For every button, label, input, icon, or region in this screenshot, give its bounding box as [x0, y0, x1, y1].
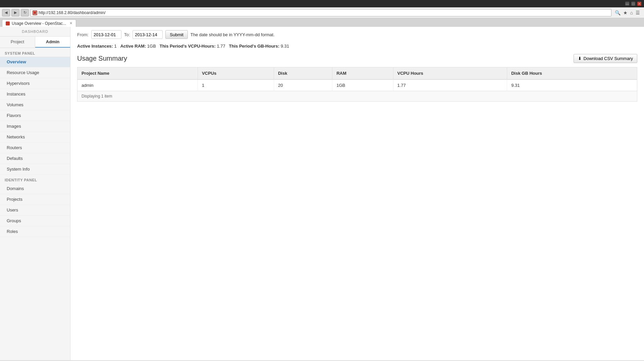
cell-vcpu-hours: 1.77 [393, 79, 507, 91]
table-row: admin 1 20 1GB 1.77 9.31 [77, 79, 637, 91]
usage-summary-title: Usage Summary [77, 55, 127, 62]
back-button[interactable]: ◀ [2, 9, 10, 16]
star-icon[interactable]: ★ [623, 10, 628, 15]
cell-ram: 1GB [332, 79, 393, 91]
cell-disk: 20 [274, 79, 332, 91]
search-icon[interactable]: 🔍 [615, 10, 621, 15]
active-instances-label: Active Instances: [77, 44, 113, 49]
identity-panel-title: Identity Panel [0, 175, 70, 183]
tab-bar: Usage Overview - OpenStac... ✕ [0, 18, 644, 27]
sidebar-item-overview[interactable]: Overview [0, 57, 70, 67]
col-ram: RAM [332, 67, 393, 80]
active-instances-value: 1 [114, 44, 117, 49]
sidebar-item-users[interactable]: Users [0, 205, 70, 216]
maximize-button[interactable]: □ [631, 2, 635, 6]
sidebar-item-groups[interactable]: Groups [0, 216, 70, 226]
sidebar-item-networks[interactable]: Networks [0, 132, 70, 142]
date-format-hint: The date should be in YYYY-mm-dd format. [191, 32, 275, 37]
browser-tab[interactable]: Usage Overview - OpenStac... ✕ [2, 19, 76, 27]
address-text: http://192.168.2.80/dashboard/admin/ [39, 10, 105, 15]
to-label: To: [124, 32, 130, 37]
sidebar-item-system-info[interactable]: System Info [0, 164, 70, 175]
forward-button[interactable]: ▶ [11, 9, 19, 16]
title-bar: — □ ✕ [0, 0, 644, 7]
download-icon: ⬇ [578, 56, 582, 61]
cell-project-name: admin [77, 79, 198, 91]
table-header-row: Project Name VCPUs Disk RAM VCPU Hours D… [77, 67, 637, 80]
favicon-icon [33, 10, 37, 15]
sidebar-item-flavors[interactable]: Flavors [0, 110, 70, 121]
col-disk: Disk [274, 67, 332, 80]
col-vcpus: VCPUs [198, 67, 274, 80]
nav-bar: ◀ ▶ ↻ http://192.168.2.80/dashboard/admi… [0, 7, 644, 18]
col-disk-gb-hours: Disk GB Hours [507, 67, 637, 80]
col-vcpu-hours: VCPU Hours [393, 67, 507, 80]
vcpu-hours-label: This Period's VCPU-Hours: [160, 44, 216, 49]
sidebar-item-routers[interactable]: Routers [0, 142, 70, 153]
download-csv-button[interactable]: ⬇ Download CSV Summary [574, 54, 637, 63]
sidebar-item-instances[interactable]: Instances [0, 89, 70, 100]
nav-icons: 🔍 ★ ⌂ ☰ [613, 10, 642, 15]
col-project-name: Project Name [77, 67, 198, 80]
tab-close-button[interactable]: ✕ [69, 21, 72, 25]
date-filter-bar: From: To: Submit The date should be in Y… [77, 30, 637, 39]
refresh-button[interactable]: ↻ [21, 9, 29, 16]
sidebar-item-volumes[interactable]: Volumes [0, 100, 70, 110]
from-date-input[interactable] [91, 30, 121, 39]
address-bar[interactable]: http://192.168.2.80/dashboard/admin/ [30, 9, 611, 16]
cell-disk-gb-hours: 9.31 [507, 79, 637, 91]
home-icon[interactable]: ⌂ [630, 10, 633, 15]
sidebar: DASHBOARD Project Admin System Panel Ove… [0, 27, 70, 360]
from-label: From: [77, 32, 89, 37]
tab-admin[interactable]: Admin [35, 37, 70, 48]
cell-vcpus: 1 [198, 79, 274, 91]
minimize-button[interactable]: — [625, 2, 629, 6]
active-ram-value: 1GB [147, 44, 156, 49]
submit-button[interactable]: Submit [165, 30, 187, 39]
gb-hours-label: This Period's GB-Hours: [229, 44, 279, 49]
tab-favicon [6, 21, 10, 25]
menu-icon[interactable]: ☰ [636, 10, 640, 15]
section-header: Usage Summary ⬇ Download CSV Summary [77, 54, 637, 63]
tab-project[interactable]: Project [0, 37, 35, 48]
active-ram-label: Active RAM: [120, 44, 146, 49]
tab-title: Usage Overview - OpenStac... [12, 21, 66, 26]
stats-bar: Active Instances: 1 Active RAM: 1GB This… [77, 44, 637, 49]
sidebar-tabs: Project Admin [0, 37, 70, 48]
sidebar-item-domains[interactable]: Domains [0, 183, 70, 194]
sidebar-item-hypervisors[interactable]: Hypervisors [0, 78, 70, 89]
close-button[interactable]: ✕ [637, 2, 641, 6]
vcpu-hours-value: 1.77 [217, 44, 225, 49]
usage-table: Project Name VCPUs Disk RAM VCPU Hours D… [77, 67, 637, 91]
sidebar-item-defaults[interactable]: Defaults [0, 153, 70, 164]
gb-hours-value: 9.31 [281, 44, 289, 49]
table-footer: Displaying 1 item [77, 91, 637, 102]
page-layout: DASHBOARD Project Admin System Panel Ove… [0, 27, 644, 360]
sidebar-item-projects[interactable]: Projects [0, 194, 70, 205]
dashboard-label: DASHBOARD [0, 27, 70, 37]
sidebar-item-images[interactable]: Images [0, 121, 70, 132]
sidebar-item-resource-usage[interactable]: Resource Usage [0, 67, 70, 78]
main-content: From: To: Submit The date should be in Y… [70, 27, 644, 360]
download-csv-label: Download CSV Summary [584, 56, 633, 61]
to-date-input[interactable] [132, 30, 163, 39]
system-panel-title: System Panel [0, 48, 70, 57]
sidebar-item-roles[interactable]: Roles [0, 226, 70, 237]
